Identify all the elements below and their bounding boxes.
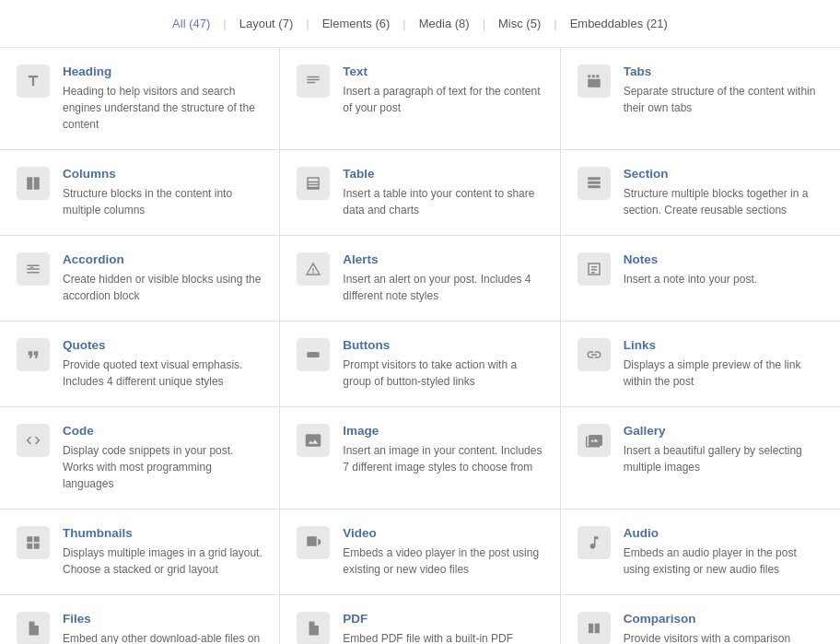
table-icon — [297, 167, 330, 200]
card-desc-code: Display code snippets in your post. Work… — [63, 444, 233, 490]
filter-item-media[interactable]: Media (8) — [406, 11, 483, 36]
card-desc-thumbnails: Displays multiple images in a grid layou… — [63, 546, 262, 576]
card-desc-quotes: Provide quoted text visual emphasis. Inc… — [63, 358, 242, 388]
card-desc-gallery: Insert a beautiful gallery by selecting … — [624, 444, 802, 474]
card-content-notes: NotesInsert a note into your post. — [624, 252, 823, 287]
card-content-text: TextInsert a paragraph of text for the c… — [343, 64, 542, 116]
card-quotes[interactable]: QuotesProvide quoted text visual emphasi… — [0, 322, 279, 406]
card-title-comparison: Comparison — [624, 612, 823, 626]
card-title-buttons: Buttons — [343, 338, 542, 352]
card-title-links: Links — [624, 338, 823, 352]
filter-item-layout[interactable]: Layout (7) — [227, 11, 307, 36]
card-links[interactable]: LinksDisplays a simple preview of the li… — [561, 322, 840, 406]
card-content-thumbnails: ThumbnailsDisplays multiple images in a … — [63, 526, 262, 578]
card-content-links: LinksDisplays a simple preview of the li… — [624, 338, 823, 390]
links-icon — [578, 338, 611, 371]
card-desc-video: Embeds a video player in the post using … — [343, 546, 539, 576]
card-title-columns: Columns — [63, 167, 262, 181]
heading-icon — [17, 64, 50, 98]
card-gallery[interactable]: GalleryInsert a beautiful gallery by sel… — [561, 407, 840, 509]
card-desc-tabs: Separate structure of the content within… — [624, 85, 816, 114]
card-notes[interactable]: NotesInsert a note into your post. — [561, 236, 840, 321]
card-tabs[interactable]: TabsSeparate structure of the content wi… — [561, 48, 840, 149]
accordion-icon — [17, 252, 50, 286]
filter-item-embeddables[interactable]: Embeddables (21) — [557, 11, 681, 36]
files-icon — [17, 612, 50, 644]
card-content-buttons: ButtonsPrompt visitors to take action wi… — [343, 338, 542, 390]
quotes-icon — [17, 338, 50, 371]
code-icon — [17, 424, 50, 457]
card-title-accordion: Accordion — [63, 252, 262, 266]
video-icon — [297, 526, 330, 559]
comparison-icon — [578, 612, 611, 644]
card-content-accordion: AccordionCreate hidden or visible blocks… — [63, 252, 262, 304]
card-content-columns: ColumnsStructure blocks in the content i… — [63, 167, 262, 218]
card-title-section: Section — [624, 167, 823, 181]
card-video[interactable]: VideoEmbeds a video player in the post u… — [280, 509, 559, 594]
card-alerts[interactable]: AlertsInsert an alert on your post. Incl… — [280, 236, 559, 321]
card-desc-section: Structure multiple blocks together in a … — [624, 187, 809, 217]
audio-icon — [578, 526, 611, 559]
card-content-quotes: QuotesProvide quoted text visual emphasi… — [63, 338, 262, 390]
card-audio[interactable]: AudioEmbeds an audio player in the post … — [561, 509, 840, 594]
card-title-pdf: PDF — [343, 612, 542, 626]
card-content-video: VideoEmbeds a video player in the post u… — [343, 526, 542, 578]
card-heading[interactable]: HeadingHeading to help visitors and sear… — [0, 48, 279, 149]
notes-icon — [578, 252, 611, 286]
card-code[interactable]: CodeDisplay code snippets in your post. … — [0, 407, 279, 509]
card-content-pdf: PDFEmbed PDF file with a built-in PDF vi… — [343, 612, 542, 644]
card-files[interactable]: FilesEmbed any other download-able files… — [0, 595, 279, 644]
card-desc-heading: Heading to help visitors and search engi… — [63, 85, 255, 131]
card-desc-buttons: Prompt visitors to take action with a gr… — [343, 358, 517, 388]
filter-item-misc[interactable]: Misc (5) — [485, 11, 554, 36]
card-content-audio: AudioEmbeds an audio player in the post … — [624, 526, 823, 578]
card-title-table: Table — [343, 167, 542, 181]
alerts-icon — [297, 252, 330, 286]
card-desc-notes: Insert a note into your post. — [624, 273, 757, 286]
svg-rect-0 — [308, 352, 321, 357]
card-content-tabs: TabsSeparate structure of the content wi… — [624, 64, 823, 116]
card-title-thumbnails: Thumbnails — [63, 526, 262, 540]
card-content-gallery: GalleryInsert a beautiful gallery by sel… — [624, 424, 823, 475]
card-desc-pdf: Embed PDF file with a built-in PDF viewe… — [343, 632, 513, 644]
card-content-alerts: AlertsInsert an alert on your post. Incl… — [343, 252, 542, 304]
card-image[interactable]: ImageInsert an image in your content. In… — [280, 407, 559, 509]
card-title-audio: Audio — [624, 526, 823, 540]
card-content-code: CodeDisplay code snippets in your post. … — [63, 424, 262, 492]
card-title-notes: Notes — [624, 252, 823, 266]
tabs-icon — [578, 64, 611, 98]
card-comparison[interactable]: ComparisonProvide visitors with a compar… — [561, 595, 840, 644]
card-desc-links: Displays a simple preview of the link wi… — [624, 358, 801, 388]
section-icon — [578, 167, 611, 200]
filter-item-all[interactable]: All (47) — [159, 11, 223, 36]
card-title-tabs: Tabs — [624, 64, 823, 78]
card-columns[interactable]: ColumnsStructure blocks in the content i… — [0, 150, 279, 235]
card-title-code: Code — [63, 424, 262, 438]
card-buttons[interactable]: ButtonsPrompt visitors to take action wi… — [280, 322, 559, 406]
card-desc-files: Embed any other download-able files on t… — [63, 632, 260, 644]
card-thumbnails[interactable]: ThumbnailsDisplays multiple images in a … — [0, 509, 279, 594]
card-title-files: Files — [63, 612, 262, 626]
card-content-heading: HeadingHeading to help visitors and sear… — [63, 64, 262, 133]
card-title-video: Video — [343, 526, 542, 540]
card-desc-columns: Structure blocks in the content into mul… — [63, 187, 232, 217]
filter-bar: All (47)|Layout (7)|Elements (6)|Media (… — [0, 0, 840, 48]
gallery-icon — [578, 424, 611, 457]
card-content-image: ImageInsert an image in your content. In… — [343, 424, 542, 475]
card-table[interactable]: TableInsert a table into your content to… — [280, 150, 559, 235]
card-pdf[interactable]: PDFEmbed PDF file with a built-in PDF vi… — [280, 595, 559, 644]
card-desc-accordion: Create hidden or visible blocks using th… — [63, 273, 261, 302]
card-content-files: FilesEmbed any other download-able files… — [63, 612, 262, 644]
card-section[interactable]: SectionStructure multiple blocks togethe… — [561, 150, 840, 235]
card-text[interactable]: TextInsert a paragraph of text for the c… — [280, 48, 559, 149]
card-desc-text: Insert a paragraph of text for the conte… — [343, 85, 540, 114]
card-title-image: Image — [343, 424, 542, 438]
buttons-icon — [297, 338, 330, 371]
card-desc-audio: Embeds an audio player in the post using… — [624, 546, 797, 576]
card-title-text: Text — [343, 64, 542, 78]
filter-item-elements[interactable]: Elements (6) — [309, 11, 403, 36]
card-content-section: SectionStructure multiple blocks togethe… — [624, 167, 823, 218]
card-grid: HeadingHeading to help visitors and sear… — [0, 48, 840, 644]
columns-icon — [17, 167, 50, 200]
card-accordion[interactable]: AccordionCreate hidden or visible blocks… — [0, 236, 279, 321]
